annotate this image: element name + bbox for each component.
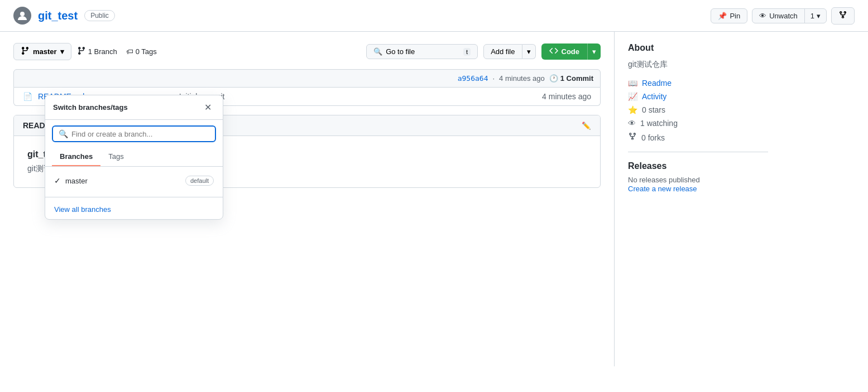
repo-name[interactable]: git_test (38, 9, 78, 22)
sidebar-divider (628, 152, 768, 152)
edit-readme-button[interactable]: ✏️ (582, 122, 591, 130)
watchers-sidebar-item: 👁 1 watching (628, 119, 768, 128)
fork-sidebar-icon (628, 132, 637, 143)
branch-tag-info: 1 Branch 🏷 0 Tags (77, 46, 157, 57)
activity-sidebar-item: 📈 Activity (628, 92, 768, 101)
code-icon (549, 46, 558, 57)
branch-name: master (65, 177, 88, 185)
book-icon: 📖 (628, 79, 637, 88)
avatar (13, 7, 31, 25)
branch-search-input[interactable] (71, 130, 209, 138)
repo-sidebar: About git测试仓库 📖 Readme 📈 Activity ⭐ 0 st… (614, 32, 781, 366)
svg-point-0 (20, 12, 25, 16)
default-badge: default (185, 176, 214, 186)
toolbar: master ▾ 1 Branch 🏷 0 Tags (13, 43, 601, 60)
dropdown-title: Switch branches/tags (53, 103, 128, 112)
view-all-branches-link[interactable]: View all branches (45, 200, 223, 219)
commit-time-text: 4 minutes ago (499, 74, 545, 83)
dropdown-search-icon: 🔍 (59, 129, 68, 138)
tab-branches[interactable]: Branches (52, 148, 100, 166)
file-icon: 📄 (23, 92, 32, 101)
forks-sidebar-item: 0 forks (628, 132, 768, 143)
branch-name-label: master (33, 47, 57, 56)
readme-link[interactable]: Readme (642, 79, 672, 88)
sidebar-description: git测试仓库 (628, 60, 768, 70)
visibility-badge: Public (84, 10, 115, 21)
commit-row: a956a64 · 4 minutes ago 🕐 1 Commit (13, 69, 601, 88)
clock-icon: 🕐 (549, 74, 558, 83)
branch-info-icon (77, 46, 86, 57)
go-to-file-button[interactable]: 🔍 Go to file t (366, 44, 478, 59)
commit-time: · (492, 74, 495, 83)
no-releases-text: No releases published (628, 176, 768, 184)
eye-icon: 👁 (759, 12, 766, 20)
shortcut-badge: t (463, 48, 471, 56)
commit-count-link[interactable]: 🕐 1 Commit (549, 74, 593, 83)
activity-icon: 📈 (628, 92, 637, 101)
pin-icon: 📌 (718, 12, 727, 20)
tag-icon: 🏷 (126, 47, 133, 56)
code-arrow-button[interactable]: ▾ (587, 43, 601, 60)
add-file-button[interactable]: Add file (483, 44, 522, 59)
create-release-link[interactable]: Create a new release (628, 185, 697, 193)
releases-title: Releases (628, 161, 768, 171)
fork-button[interactable] (831, 7, 855, 25)
pin-button[interactable]: 📌 Pin (711, 8, 747, 23)
search-icon: 🔍 (373, 47, 382, 56)
tab-tags[interactable]: Tags (100, 148, 131, 166)
code-button[interactable]: Code (541, 43, 588, 60)
dropdown-search-box[interactable]: 🔍 (52, 125, 216, 142)
unwatch-main[interactable]: 👁 Unwatch (752, 9, 805, 23)
branch-icon (21, 46, 30, 57)
add-file-arrow-button[interactable]: ▾ (522, 44, 536, 59)
latest-commit-sha[interactable]: a956a64 (458, 74, 488, 83)
code-group: Code ▾ (541, 43, 601, 60)
dropdown-header: Switch branches/tags ✕ (45, 95, 223, 120)
stars-sidebar-item: ⭐ 0 stars (628, 105, 768, 114)
branch-dropdown: Switch branches/tags ✕ 🔍 Branches Tags ✓… (45, 95, 223, 220)
branch-list: ✓ master default (45, 167, 223, 195)
about-title: About (628, 43, 768, 53)
add-file-group: Add file ▾ (483, 44, 535, 59)
readme-sidebar-item: 📖 Readme (628, 79, 768, 88)
branch-item-left: ✓ master (54, 176, 88, 185)
file-date: 4 minutes ago (455, 92, 591, 101)
eye-sidebar-icon: 👁 (628, 119, 636, 128)
dropdown-divider (45, 197, 223, 197)
dropdown-close-button[interactable]: ✕ (201, 101, 215, 114)
branches-link[interactable]: 1 Branch (77, 46, 117, 57)
star-icon: ⭐ (628, 105, 637, 114)
tags-link[interactable]: 🏷 0 Tags (126, 47, 157, 56)
unwatch-count[interactable]: 1 ▾ (805, 9, 826, 23)
activity-link[interactable]: Activity (642, 92, 666, 101)
chevron-down-icon: ▾ (817, 12, 821, 20)
header-actions: 📌 Pin 👁 Unwatch 1 ▾ (711, 7, 855, 25)
fork-icon (838, 11, 847, 21)
code-label: Code (562, 47, 580, 56)
list-item[interactable]: ✓ master default (45, 171, 223, 190)
pencil-icon: ✏️ (582, 122, 591, 130)
dropdown-tabs: Branches Tags (45, 148, 223, 167)
repo-header: git_test Public 📌 Pin 👁 Unwatch 1 ▾ (0, 0, 868, 32)
unwatch-button[interactable]: 👁 Unwatch 1 ▾ (752, 8, 827, 23)
branch-selector-button[interactable]: master ▾ (13, 43, 71, 60)
checkmark-icon: ✓ (54, 176, 61, 185)
branch-chevron-icon: ▾ (60, 47, 64, 56)
